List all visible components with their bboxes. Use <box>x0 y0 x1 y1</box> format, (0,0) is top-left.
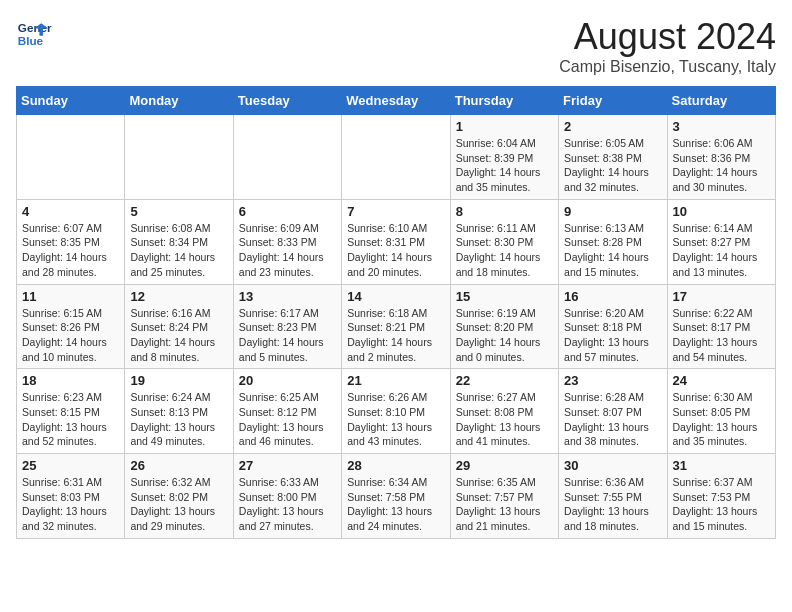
calendar-cell: 29Sunrise: 6:35 AM Sunset: 7:57 PM Dayli… <box>450 454 558 539</box>
day-number: 16 <box>564 289 661 304</box>
calendar-cell: 22Sunrise: 6:27 AM Sunset: 8:08 PM Dayli… <box>450 369 558 454</box>
day-number: 23 <box>564 373 661 388</box>
day-info: Sunrise: 6:36 AM Sunset: 7:55 PM Dayligh… <box>564 475 661 534</box>
calendar-cell: 12Sunrise: 6:16 AM Sunset: 8:24 PM Dayli… <box>125 284 233 369</box>
day-number: 22 <box>456 373 553 388</box>
calendar-cell: 2Sunrise: 6:05 AM Sunset: 8:38 PM Daylig… <box>559 115 667 200</box>
header-day-monday: Monday <box>125 87 233 115</box>
day-number: 2 <box>564 119 661 134</box>
calendar-cell: 1Sunrise: 6:04 AM Sunset: 8:39 PM Daylig… <box>450 115 558 200</box>
calendar-cell: 28Sunrise: 6:34 AM Sunset: 7:58 PM Dayli… <box>342 454 450 539</box>
day-info: Sunrise: 6:13 AM Sunset: 8:28 PM Dayligh… <box>564 221 661 280</box>
week-row-1: 1Sunrise: 6:04 AM Sunset: 8:39 PM Daylig… <box>17 115 776 200</box>
header-day-wednesday: Wednesday <box>342 87 450 115</box>
calendar-cell: 31Sunrise: 6:37 AM Sunset: 7:53 PM Dayli… <box>667 454 775 539</box>
calendar-cell: 4Sunrise: 6:07 AM Sunset: 8:35 PM Daylig… <box>17 199 125 284</box>
day-info: Sunrise: 6:37 AM Sunset: 7:53 PM Dayligh… <box>673 475 770 534</box>
day-number: 28 <box>347 458 444 473</box>
day-info: Sunrise: 6:23 AM Sunset: 8:15 PM Dayligh… <box>22 390 119 449</box>
day-number: 8 <box>456 204 553 219</box>
calendar-cell: 24Sunrise: 6:30 AM Sunset: 8:05 PM Dayli… <box>667 369 775 454</box>
calendar-cell: 5Sunrise: 6:08 AM Sunset: 8:34 PM Daylig… <box>125 199 233 284</box>
day-number: 11 <box>22 289 119 304</box>
calendar-cell: 10Sunrise: 6:14 AM Sunset: 8:27 PM Dayli… <box>667 199 775 284</box>
header: General Blue August 2024 Campi Bisenzio,… <box>16 16 776 76</box>
day-number: 18 <box>22 373 119 388</box>
day-info: Sunrise: 6:05 AM Sunset: 8:38 PM Dayligh… <box>564 136 661 195</box>
calendar-cell: 6Sunrise: 6:09 AM Sunset: 8:33 PM Daylig… <box>233 199 341 284</box>
day-number: 29 <box>456 458 553 473</box>
day-info: Sunrise: 6:28 AM Sunset: 8:07 PM Dayligh… <box>564 390 661 449</box>
header-day-thursday: Thursday <box>450 87 558 115</box>
day-number: 21 <box>347 373 444 388</box>
day-info: Sunrise: 6:04 AM Sunset: 8:39 PM Dayligh… <box>456 136 553 195</box>
day-number: 31 <box>673 458 770 473</box>
week-row-5: 25Sunrise: 6:31 AM Sunset: 8:03 PM Dayli… <box>17 454 776 539</box>
calendar-cell: 13Sunrise: 6:17 AM Sunset: 8:23 PM Dayli… <box>233 284 341 369</box>
day-number: 6 <box>239 204 336 219</box>
calendar-cell: 21Sunrise: 6:26 AM Sunset: 8:10 PM Dayli… <box>342 369 450 454</box>
day-number: 17 <box>673 289 770 304</box>
week-row-2: 4Sunrise: 6:07 AM Sunset: 8:35 PM Daylig… <box>17 199 776 284</box>
day-number: 19 <box>130 373 227 388</box>
calendar-cell <box>342 115 450 200</box>
page-title: August 2024 <box>559 16 776 58</box>
day-info: Sunrise: 6:15 AM Sunset: 8:26 PM Dayligh… <box>22 306 119 365</box>
day-info: Sunrise: 6:06 AM Sunset: 8:36 PM Dayligh… <box>673 136 770 195</box>
day-number: 1 <box>456 119 553 134</box>
day-number: 10 <box>673 204 770 219</box>
page-subtitle: Campi Bisenzio, Tuscany, Italy <box>559 58 776 76</box>
day-number: 15 <box>456 289 553 304</box>
calendar-table: SundayMondayTuesdayWednesdayThursdayFrid… <box>16 86 776 539</box>
calendar-cell: 16Sunrise: 6:20 AM Sunset: 8:18 PM Dayli… <box>559 284 667 369</box>
calendar-cell: 14Sunrise: 6:18 AM Sunset: 8:21 PM Dayli… <box>342 284 450 369</box>
day-info: Sunrise: 6:17 AM Sunset: 8:23 PM Dayligh… <box>239 306 336 365</box>
day-number: 3 <box>673 119 770 134</box>
calendar-cell: 26Sunrise: 6:32 AM Sunset: 8:02 PM Dayli… <box>125 454 233 539</box>
week-row-3: 11Sunrise: 6:15 AM Sunset: 8:26 PM Dayli… <box>17 284 776 369</box>
day-number: 7 <box>347 204 444 219</box>
calendar-cell <box>125 115 233 200</box>
day-number: 9 <box>564 204 661 219</box>
day-info: Sunrise: 6:20 AM Sunset: 8:18 PM Dayligh… <box>564 306 661 365</box>
day-info: Sunrise: 6:27 AM Sunset: 8:08 PM Dayligh… <box>456 390 553 449</box>
day-info: Sunrise: 6:16 AM Sunset: 8:24 PM Dayligh… <box>130 306 227 365</box>
week-row-4: 18Sunrise: 6:23 AM Sunset: 8:15 PM Dayli… <box>17 369 776 454</box>
logo-icon: General Blue <box>16 16 52 52</box>
day-info: Sunrise: 6:31 AM Sunset: 8:03 PM Dayligh… <box>22 475 119 534</box>
day-number: 13 <box>239 289 336 304</box>
header-day-sunday: Sunday <box>17 87 125 115</box>
header-day-friday: Friday <box>559 87 667 115</box>
calendar-cell: 23Sunrise: 6:28 AM Sunset: 8:07 PM Dayli… <box>559 369 667 454</box>
day-info: Sunrise: 6:07 AM Sunset: 8:35 PM Dayligh… <box>22 221 119 280</box>
calendar-cell <box>233 115 341 200</box>
day-info: Sunrise: 6:32 AM Sunset: 8:02 PM Dayligh… <box>130 475 227 534</box>
day-info: Sunrise: 6:09 AM Sunset: 8:33 PM Dayligh… <box>239 221 336 280</box>
calendar-cell: 15Sunrise: 6:19 AM Sunset: 8:20 PM Dayli… <box>450 284 558 369</box>
day-info: Sunrise: 6:10 AM Sunset: 8:31 PM Dayligh… <box>347 221 444 280</box>
calendar-cell: 25Sunrise: 6:31 AM Sunset: 8:03 PM Dayli… <box>17 454 125 539</box>
day-info: Sunrise: 6:19 AM Sunset: 8:20 PM Dayligh… <box>456 306 553 365</box>
calendar-cell: 7Sunrise: 6:10 AM Sunset: 8:31 PM Daylig… <box>342 199 450 284</box>
day-info: Sunrise: 6:24 AM Sunset: 8:13 PM Dayligh… <box>130 390 227 449</box>
calendar-cell: 17Sunrise: 6:22 AM Sunset: 8:17 PM Dayli… <box>667 284 775 369</box>
day-info: Sunrise: 6:22 AM Sunset: 8:17 PM Dayligh… <box>673 306 770 365</box>
calendar-cell: 27Sunrise: 6:33 AM Sunset: 8:00 PM Dayli… <box>233 454 341 539</box>
calendar-cell: 3Sunrise: 6:06 AM Sunset: 8:36 PM Daylig… <box>667 115 775 200</box>
day-number: 14 <box>347 289 444 304</box>
header-day-saturday: Saturday <box>667 87 775 115</box>
day-info: Sunrise: 6:14 AM Sunset: 8:27 PM Dayligh… <box>673 221 770 280</box>
day-number: 12 <box>130 289 227 304</box>
day-number: 25 <box>22 458 119 473</box>
day-number: 26 <box>130 458 227 473</box>
day-info: Sunrise: 6:11 AM Sunset: 8:30 PM Dayligh… <box>456 221 553 280</box>
day-info: Sunrise: 6:30 AM Sunset: 8:05 PM Dayligh… <box>673 390 770 449</box>
day-info: Sunrise: 6:18 AM Sunset: 8:21 PM Dayligh… <box>347 306 444 365</box>
day-number: 27 <box>239 458 336 473</box>
calendar-cell: 11Sunrise: 6:15 AM Sunset: 8:26 PM Dayli… <box>17 284 125 369</box>
header-day-tuesday: Tuesday <box>233 87 341 115</box>
calendar-cell: 9Sunrise: 6:13 AM Sunset: 8:28 PM Daylig… <box>559 199 667 284</box>
header-row: SundayMondayTuesdayWednesdayThursdayFrid… <box>17 87 776 115</box>
day-info: Sunrise: 6:26 AM Sunset: 8:10 PM Dayligh… <box>347 390 444 449</box>
day-info: Sunrise: 6:34 AM Sunset: 7:58 PM Dayligh… <box>347 475 444 534</box>
